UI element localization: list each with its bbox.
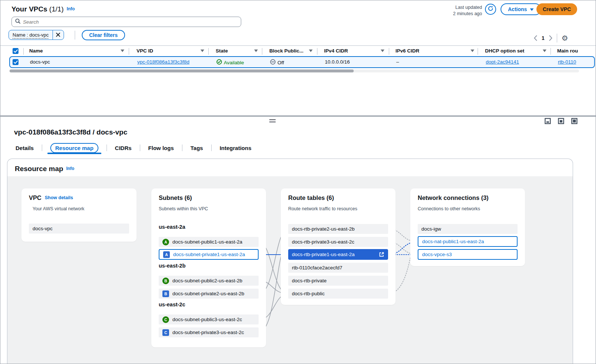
vpc-node[interactable]: docs-vpc — [29, 224, 129, 234]
column-header-vpc-id[interactable]: VPC ID — [137, 48, 153, 54]
column-header-ipv4-cidr[interactable]: IPv4 CIDR — [324, 48, 348, 54]
refresh-button[interactable] — [485, 4, 496, 15]
subnet-node-private3[interactable]: C docs-subnet-private3-us-east-2c — [159, 327, 259, 337]
filter-icon-ipv6[interactable] — [471, 50, 474, 52]
az-group-us-east-2b: us-east-2b — [159, 263, 186, 269]
pagination: 1 ⚙ — [534, 34, 568, 42]
row-ipv6-cidr: – — [396, 59, 399, 65]
route-table-node-main[interactable]: rtb-0110cface2acecfd7 — [288, 263, 388, 273]
tab-flow-logs[interactable]: Flow logs — [147, 145, 175, 151]
vpc-console-window: Your VPCs (1/1)Info Last updated 2 minut… — [0, 0, 596, 364]
tab-cidrs[interactable]: CIDRs — [114, 145, 133, 151]
clear-filters-button[interactable]: Clear filters — [82, 30, 125, 40]
table-settings-gear-icon[interactable]: ⚙ — [562, 34, 568, 42]
subnet-node-private2[interactable]: B docs-subnet-private2-us-east-2b — [159, 289, 259, 299]
tab-integrations[interactable]: Integrations — [218, 145, 253, 151]
actions-button[interactable]: Actions — [501, 3, 541, 15]
table-row[interactable]: docs-vpc vpc-018f086a13f3c3f8d Available… — [9, 56, 595, 68]
connection-node-nat-highlighted[interactable]: docs-nat-public1-us-east-2a — [418, 236, 518, 247]
column-header-block-public[interactable]: Block Public... — [269, 48, 303, 54]
column-header-main-route[interactable]: Main rou — [557, 48, 578, 54]
column-header-name[interactable]: Name — [29, 48, 43, 54]
filter-chip[interactable]: Name : docs-vpc — [9, 30, 64, 40]
panel-size-medium-icon[interactable] — [558, 118, 564, 124]
row-dhcp-link[interactable]: dopt-2ac94141 — [486, 59, 519, 65]
page-number[interactable]: 1 — [542, 35, 545, 41]
row-main-route-link[interactable]: rtb-0110 — [558, 59, 576, 65]
tab-details[interactable]: Details — [14, 145, 35, 151]
route-table-node-private2[interactable]: docs-rtb-private2-us-east-2b — [288, 224, 388, 234]
resource-map-info-link[interactable]: Info — [66, 166, 74, 171]
subnet-node-private1-selected[interactable]: A docs-subnet-private1-us-east-2a — [159, 249, 259, 260]
az-group-us-east-2c: us-east-2c — [159, 302, 185, 307]
search-input[interactable] — [23, 19, 238, 25]
page-title-text: Your VPCs — [11, 5, 47, 13]
create-vpc-button[interactable]: Create VPC — [536, 3, 577, 15]
page-info-link[interactable]: Info — [67, 6, 75, 11]
route-table-node-private[interactable]: docs-rtb-private — [288, 276, 388, 286]
availability-zone-badge: C — [162, 329, 169, 336]
refresh-icon — [488, 6, 494, 13]
page-title-count: (1/1) — [49, 5, 64, 13]
column-header-dhcp[interactable]: DHCP option set — [485, 48, 524, 54]
panel-split-divider — [0, 116, 596, 116]
network-connections-card-title: Network connections (3) — [418, 194, 489, 201]
panel-size-large-icon[interactable] — [571, 118, 578, 124]
previous-page-icon[interactable] — [534, 35, 537, 41]
row-vpc-id-link[interactable]: vpc-018f086a13f3c3f8d — [137, 59, 189, 65]
route-table-node-private1-selected[interactable]: docs-rtb-private1-us-east-2a — [288, 249, 388, 260]
horizontal-scrollbar-thumb[interactable] — [10, 69, 354, 72]
next-page-icon[interactable] — [549, 35, 552, 41]
row-checkbox[interactable] — [13, 59, 18, 65]
detail-tabs: Details Resource map CIDRs Flow logs Tag… — [14, 142, 253, 153]
column-header-ipv6-cidr[interactable]: IPv6 CIDR — [395, 48, 420, 54]
route-tables-card: Route tables (6) Route network traffic t… — [281, 188, 395, 305]
filter-icon-name[interactable] — [121, 50, 124, 52]
filter-icon-ipv4[interactable] — [381, 50, 384, 52]
caret-down-icon — [530, 6, 534, 12]
route-tables-card-title: Route tables (6) — [288, 194, 334, 201]
route-tables-card-desc: Route network traffic to resources — [288, 206, 357, 211]
network-connections-card: Network connections (3) Connections to o… — [410, 188, 525, 266]
availability-zone-badge: A — [162, 239, 169, 245]
panel-size-small-icon[interactable] — [545, 118, 551, 124]
subnets-card: Subnets (6) Subnets within this VPC us-e… — [151, 188, 266, 347]
pagination-divider — [557, 34, 557, 42]
route-table-node-private3[interactable]: docs-rtb-private3-us-east-2c — [288, 237, 388, 247]
show-details-link[interactable]: Show details — [45, 195, 73, 200]
vpc-card: VPCShow details Your AWS virtual network… — [21, 188, 137, 242]
filter-chip-remove-button[interactable] — [53, 30, 64, 40]
row-block-public: Off — [270, 59, 284, 66]
subnet-node-public3[interactable]: C docs-subnet-public3-us-east-2c — [159, 314, 259, 324]
table-header: Name VPC ID State Block Public... IPv4 C… — [0, 45, 596, 57]
search-icon — [15, 18, 20, 25]
availability-zone-badge: A — [163, 251, 170, 258]
connection-node-igw[interactable]: docs-igw — [418, 224, 518, 234]
row-state: Available — [216, 59, 244, 66]
panel-resize-handle[interactable] — [269, 119, 276, 122]
connection-node-vpce-highlighted[interactable]: docs-vpce-s3 — [418, 249, 518, 260]
route-table-node-public[interactable]: docs-rtb-public — [288, 289, 388, 299]
filter-icon-state[interactable] — [254, 50, 258, 52]
subnet-node-public1[interactable]: A docs-subnet-public1-us-east-2a — [159, 237, 259, 247]
check-circle-icon — [216, 59, 222, 66]
availability-zone-badge: C — [162, 316, 169, 323]
tab-tags[interactable]: Tags — [189, 145, 205, 151]
subnet-node-public2[interactable]: B docs-subnet-public2-us-east-2b — [159, 276, 259, 286]
search-box[interactable] — [11, 17, 241, 27]
filter-icon-dhcp[interactable] — [543, 50, 546, 52]
select-all-checkbox[interactable] — [13, 48, 18, 54]
filter-icon-block-public[interactable] — [309, 50, 313, 52]
resource-map-title: Resource mapInfo — [15, 165, 74, 173]
resource-map-canvas: VPCShow details Your AWS virtual network… — [7, 176, 573, 364]
availability-zone-badge: B — [162, 290, 169, 297]
external-link-icon[interactable] — [379, 252, 384, 257]
resource-map-container: Resource mapInfo — [7, 159, 573, 364]
minus-circle-icon — [270, 59, 276, 66]
row-name: docs-vpc — [30, 59, 50, 65]
column-header-state[interactable]: State — [216, 48, 228, 54]
detail-panel-title: vpc-018f086a13f3c3f8d / docs-vpc — [14, 128, 127, 136]
subnets-card-desc: Subnets within this VPC — [159, 206, 208, 211]
tab-resource-map[interactable]: Resource map — [49, 145, 100, 151]
filter-icon-vpc-id[interactable] — [201, 50, 204, 52]
